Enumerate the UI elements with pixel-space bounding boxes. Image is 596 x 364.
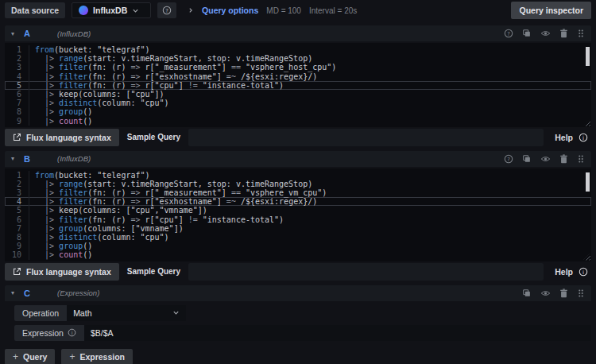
help-button[interactable]: Help i bbox=[551, 133, 591, 142]
sample-query-select[interactable] bbox=[188, 129, 544, 146]
collapse-chevron-icon[interactable]: ▾ bbox=[11, 155, 19, 162]
line-number: 6 bbox=[5, 215, 29, 224]
query-ref-label[interactable]: B bbox=[24, 154, 35, 164]
interval-stat: Interval = 20s bbox=[309, 6, 357, 15]
code-text[interactable]: |> range(start: v.timeRangeStart, stop: … bbox=[29, 54, 312, 63]
add-expression-button[interactable]: + Expression bbox=[61, 349, 133, 364]
hide-query-eye-icon[interactable] bbox=[540, 288, 551, 298]
hide-query-eye-icon[interactable] bbox=[540, 154, 551, 164]
code-text[interactable]: |> keep(columns: ["cpu","vmname"]) bbox=[29, 206, 207, 215]
sample-query-select[interactable] bbox=[188, 263, 544, 281]
chevron-down-icon bbox=[132, 7, 139, 14]
external-link-icon bbox=[13, 133, 21, 141]
code-line[interactable]: 9 |> count() bbox=[5, 117, 591, 126]
code-text[interactable]: |> filter(fn: (r) => r["cpu"] != "instan… bbox=[29, 81, 284, 90]
query-toolbar: Data source InfluxDB ? Query options MD … bbox=[0, 0, 596, 21]
code-text[interactable]: |> count() bbox=[29, 250, 92, 259]
drag-handle-icon[interactable] bbox=[577, 154, 585, 164]
delete-query-trash-icon[interactable] bbox=[559, 288, 568, 298]
line-number: 8 bbox=[5, 233, 29, 242]
add-query-button[interactable]: + Query bbox=[5, 349, 55, 364]
code-text[interactable]: |> filter(fn: (r) => r["_measurement"] =… bbox=[29, 63, 336, 72]
code-text[interactable]: |> group() bbox=[29, 107, 92, 116]
query-help-icon[interactable]: ? bbox=[504, 29, 513, 38]
flux-syntax-button[interactable]: Flux language syntax bbox=[5, 263, 119, 281]
query-type-label: (Expression) bbox=[57, 288, 99, 297]
editor-scrollbar[interactable] bbox=[586, 47, 590, 66]
code-line[interactable]: 2 |> range(start: v.timeRangeStart, stop… bbox=[5, 54, 591, 63]
duplicate-query-icon[interactable] bbox=[522, 288, 532, 298]
collapse-chevron-icon[interactable]: ▾ bbox=[11, 289, 19, 296]
code-text[interactable]: |> keep(columns: ["cpu"]) bbox=[29, 90, 164, 99]
query-header-b[interactable]: ▾ B (InfluxDB) ? bbox=[5, 151, 591, 167]
code-line[interactable]: 7 |> distinct(column: "cpu") bbox=[5, 99, 591, 107]
drag-handle-icon[interactable] bbox=[577, 288, 585, 298]
code-text[interactable]: |> filter(fn: (r) => r["esxhostname"] =~… bbox=[29, 197, 317, 206]
code-line[interactable]: 9 |> group() bbox=[5, 242, 591, 250]
query-row-a: ▾ A (InfluxDB) ? 1from(bucket: "telegraf… bbox=[5, 25, 591, 146]
editor-scrollbar[interactable] bbox=[586, 172, 590, 192]
line-number: 3 bbox=[5, 188, 29, 197]
code-line[interactable]: 4 |> filter(fn: (r) => r["esxhostname"] … bbox=[5, 197, 591, 206]
code-line[interactable]: 1from(bucket: "telegraf") bbox=[5, 171, 591, 180]
expression-input[interactable] bbox=[84, 325, 591, 341]
query-inspector-button[interactable]: Query inspector bbox=[511, 2, 591, 19]
duplicate-query-icon[interactable] bbox=[522, 29, 532, 38]
info-circle-icon: i bbox=[579, 133, 588, 142]
code-text[interactable]: |> group(columns: ["vmname"]) bbox=[29, 224, 184, 233]
code-line[interactable]: 1from(bucket: "telegraf") bbox=[5, 45, 591, 54]
delete-query-trash-icon[interactable] bbox=[559, 29, 568, 38]
drag-handle-icon[interactable] bbox=[577, 29, 585, 38]
query-actions bbox=[522, 288, 585, 298]
query-options-link[interactable]: Query options bbox=[202, 6, 258, 15]
code-line[interactable]: 5 |> keep(columns: ["cpu","vmname"]) bbox=[5, 206, 591, 215]
help-button[interactable]: Help i bbox=[551, 267, 591, 277]
code-text[interactable]: from(bucket: "telegraf") bbox=[29, 171, 150, 180]
code-text[interactable]: |> distinct(column: "cpu") bbox=[29, 233, 169, 242]
line-number: 9 bbox=[5, 242, 29, 250]
svg-text:?: ? bbox=[165, 8, 168, 14]
code-line[interactable]: 5 |> filter(fn: (r) => r["cpu"] != "inst… bbox=[5, 81, 591, 90]
code-text[interactable]: from(bucket: "telegraf") bbox=[29, 45, 150, 54]
flux-code-editor-b[interactable]: 1from(bucket: "telegraf")2 |> range(star… bbox=[5, 168, 591, 261]
query-ref-label[interactable]: C bbox=[24, 288, 35, 298]
code-line[interactable]: 6 |> filter(fn: (r) => r["cpu"] != "inst… bbox=[5, 215, 591, 224]
code-text[interactable]: |> range(start: v.timeRangeStart, stop: … bbox=[29, 180, 312, 188]
delete-query-trash-icon[interactable] bbox=[559, 154, 568, 164]
query-header-a[interactable]: ▾ A (InfluxDB) ? bbox=[5, 25, 591, 41]
query-ref-label[interactable]: A bbox=[24, 29, 35, 38]
flux-code-editor-a[interactable]: 1from(bucket: "telegraf")2 |> range(star… bbox=[5, 43, 591, 127]
add-expression-label: Expression bbox=[79, 352, 125, 362]
code-line[interactable]: 8 |> distinct(column: "cpu") bbox=[5, 233, 591, 242]
add-query-label: Query bbox=[23, 352, 47, 362]
code-text[interactable]: |> filter(fn: (r) => r["cpu"] != "instan… bbox=[29, 215, 284, 224]
code-line[interactable]: 2 |> range(start: v.timeRangeStart, stop… bbox=[5, 180, 591, 188]
operation-select[interactable]: Math bbox=[67, 305, 186, 321]
sample-query-label: Sample Query bbox=[127, 267, 180, 276]
code-line[interactable]: 10 |> count() bbox=[5, 250, 591, 259]
code-line[interactable]: 3 |> filter(fn: (r) => r["_measurement"]… bbox=[5, 188, 591, 197]
code-text[interactable]: |> group() bbox=[29, 242, 92, 250]
hide-query-eye-icon[interactable] bbox=[540, 29, 551, 38]
datasource-help-button[interactable]: ? bbox=[157, 2, 176, 18]
code-text[interactable]: |> count() bbox=[29, 117, 92, 126]
query-type-label: (InfluxDB) bbox=[57, 29, 91, 38]
line-number: 10 bbox=[5, 250, 29, 259]
code-text[interactable]: |> distinct(column: "cpu") bbox=[29, 99, 169, 107]
query-header-c[interactable]: ▾ C (Expression) bbox=[5, 285, 591, 301]
duplicate-query-icon[interactable] bbox=[522, 154, 532, 164]
code-line[interactable]: 8 |> group() bbox=[5, 107, 591, 116]
code-line[interactable]: 7 |> group(columns: ["vmname"]) bbox=[5, 224, 591, 233]
code-text[interactable]: |> filter(fn: (r) => r["_measurement"] =… bbox=[29, 188, 327, 197]
code-line[interactable]: 6 |> keep(columns: ["cpu"]) bbox=[5, 90, 591, 99]
code-line[interactable]: 4 |> filter(fn: (r) => r["esxhostname"] … bbox=[5, 72, 591, 81]
code-line[interactable]: 3 |> filter(fn: (r) => r["_measurement"]… bbox=[5, 63, 591, 72]
bottom-actions: + Query + Expression bbox=[5, 349, 591, 364]
flux-syntax-button[interactable]: Flux language syntax bbox=[5, 129, 119, 146]
datasource-picker[interactable]: InfluxDB bbox=[72, 2, 151, 18]
collapse-chevron-icon[interactable]: ▾ bbox=[11, 30, 19, 37]
line-number: 2 bbox=[5, 180, 29, 188]
query-help-icon[interactable]: ? bbox=[504, 154, 513, 164]
svg-text:i: i bbox=[582, 269, 584, 275]
code-text[interactable]: |> filter(fn: (r) => r["esxhostname"] =~… bbox=[29, 72, 317, 81]
